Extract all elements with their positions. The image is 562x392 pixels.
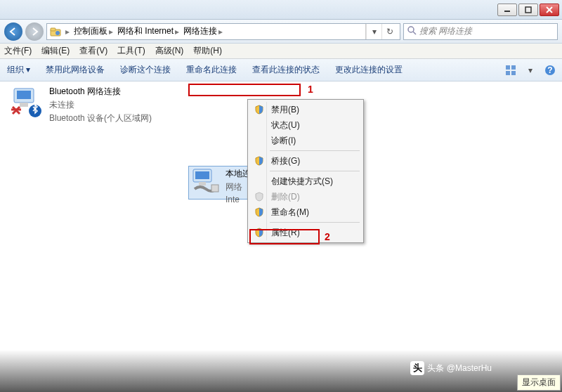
- svg-rect-9: [506, 65, 510, 70]
- svg-rect-17: [20, 103, 28, 107]
- svg-point-7: [408, 27, 414, 32]
- annotation-label-1: 1: [308, 84, 313, 95]
- toolbar: 组织 ▾ 禁用此网络设备 诊断这个连接 重命名此连接 查看此连接的状态 更改此连…: [0, 59, 562, 81]
- toolbar-rename[interactable]: 重命名此连接: [186, 64, 237, 76]
- shield-icon-disabled: [254, 191, 265, 202]
- toolbar-view-status[interactable]: 查看此连接的状态: [252, 64, 320, 76]
- dropdown-arrow-icon[interactable]: ▾: [366, 24, 381, 39]
- toolbar-change-settings[interactable]: 更改此连接的设置: [335, 64, 403, 76]
- ctx-create-shortcut[interactable]: 创建快捷方式(S): [250, 174, 361, 189]
- menu-advanced[interactable]: 高级(N): [155, 45, 184, 57]
- svg-rect-12: [511, 71, 516, 75]
- svg-rect-11: [506, 71, 510, 75]
- ctx-properties[interactable]: 属性(R): [250, 225, 361, 240]
- svg-rect-16: [17, 91, 31, 99]
- local-connection-icon: [190, 168, 220, 197]
- menu-file[interactable]: 文件(F): [4, 45, 32, 57]
- breadcrumb-network-connections[interactable]: 网络连接 ▸: [183, 25, 223, 37]
- svg-rect-22: [195, 171, 209, 179]
- bluetooth-device: Bluetooth 设备(个人区域网): [49, 112, 152, 124]
- annotation-label-2: 2: [325, 231, 330, 242]
- bluetooth-status: 未连接: [49, 99, 152, 111]
- search-icon: [407, 25, 417, 37]
- bluetooth-name: Bluetooth 网络连接: [49, 86, 152, 98]
- maximize-button[interactable]: [518, 4, 538, 16]
- shield-icon: [254, 227, 265, 238]
- close-button[interactable]: [540, 4, 559, 16]
- ctx-delete: 删除(D): [250, 189, 361, 204]
- breadcrumb-control-panel[interactable]: 控制面板 ▸: [74, 25, 113, 37]
- menu-view[interactable]: 查看(V): [79, 45, 107, 57]
- ctx-bridge[interactable]: 桥接(G): [250, 153, 361, 169]
- toolbar-organize[interactable]: 组织 ▾: [7, 64, 30, 76]
- refresh-icon[interactable]: ↻: [381, 24, 397, 39]
- ctx-rename[interactable]: 重命名(M): [250, 204, 361, 220]
- menu-bar: 文件(F) 编辑(E) 查看(V) 工具(T) 高级(N) 帮助(H): [0, 44, 562, 59]
- watermark: 头头条 @MasterHu: [410, 360, 492, 375]
- bluetooth-connection-icon: [10, 86, 44, 119]
- watermark-icon: 头: [410, 361, 424, 375]
- menu-tools[interactable]: 工具(T): [117, 45, 145, 57]
- shield-icon: [254, 104, 265, 115]
- show-desktop-button[interactable]: 显示桌面: [517, 374, 561, 391]
- toolbar-disable-device[interactable]: 禁用此网络设备: [46, 64, 105, 76]
- annotation-box-1: [188, 84, 301, 96]
- window-buttons: [497, 4, 559, 16]
- view-mode-icon[interactable]: [504, 64, 517, 77]
- svg-rect-5: [51, 28, 55, 31]
- back-button[interactable]: [4, 22, 22, 41]
- content-area: Bluetooth 网络连接 未连接 Bluetooth 设备(个人区域网) 本…: [0, 81, 562, 93]
- context-menu: 禁用(B) 状态(U) 诊断(I) 桥接(G) 创建快捷方式(S) 删除(D) …: [247, 99, 364, 243]
- address-bar[interactable]: ▸ 控制面板 ▸ 网络和 Internet ▸ 网络连接 ▸ ▾ ↻: [46, 23, 400, 40]
- svg-point-6: [55, 31, 60, 35]
- svg-rect-24: [211, 185, 218, 192]
- view-dropdown-icon[interactable]: ▾: [524, 64, 537, 77]
- menu-edit[interactable]: 编辑(E): [41, 45, 70, 57]
- title-bar: [0, 0, 562, 20]
- search-input[interactable]: 搜索 网络连接: [403, 23, 558, 40]
- svg-line-8: [413, 32, 416, 34]
- ctx-diagnose[interactable]: 诊断(I): [250, 133, 361, 148]
- svg-text:?: ?: [547, 65, 552, 75]
- breadcrumb-network-internet[interactable]: 网络和 Internet ▸: [117, 25, 179, 37]
- svg-rect-10: [511, 65, 516, 70]
- toolbar-diagnose[interactable]: 诊断这个连接: [120, 64, 171, 76]
- svg-rect-1: [525, 7, 531, 13]
- shield-icon: [254, 207, 265, 218]
- address-row: ▸ 控制面板 ▸ 网络和 Internet ▸ 网络连接 ▸ ▾ ↻ 搜索 网络…: [0, 20, 562, 44]
- network-folder-icon: [50, 26, 61, 37]
- menu-help[interactable]: 帮助(H): [193, 45, 222, 57]
- forward-button[interactable]: [25, 22, 44, 41]
- shield-icon: [254, 155, 265, 166]
- minimize-button[interactable]: [497, 4, 517, 16]
- svg-rect-23: [199, 182, 206, 185]
- search-placeholder: 搜索 网络连接: [419, 25, 472, 37]
- ctx-disable[interactable]: 禁用(B): [250, 102, 361, 117]
- ctx-status[interactable]: 状态(U): [250, 117, 361, 133]
- connection-bluetooth[interactable]: Bluetooth 网络连接 未连接 Bluetooth 设备(个人区域网): [10, 86, 185, 124]
- chevron-icon: ▸: [65, 27, 70, 37]
- help-icon[interactable]: ?: [544, 64, 556, 77]
